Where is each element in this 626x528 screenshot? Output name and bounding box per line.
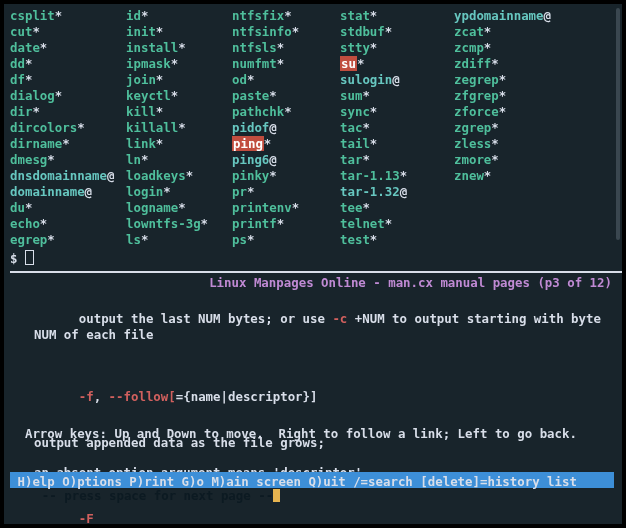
list-item: zcmp* bbox=[454, 40, 560, 56]
list-item: dialog* bbox=[10, 88, 126, 104]
file-name: paste bbox=[232, 88, 269, 103]
list-item: sum* bbox=[340, 88, 454, 104]
file-mark: * bbox=[499, 88, 506, 103]
list-item: tar-1.32@ bbox=[340, 184, 454, 200]
file-mark: * bbox=[484, 168, 491, 183]
list-item: killall* bbox=[126, 120, 232, 136]
file-name: ntfsinfo bbox=[232, 24, 292, 39]
file-name: install bbox=[126, 40, 178, 55]
list-item: zfgrep* bbox=[454, 88, 560, 104]
file-name: domainname bbox=[10, 184, 85, 199]
file-name: zless bbox=[454, 136, 491, 151]
file-name: zforce bbox=[454, 104, 499, 119]
list-item: printenv* bbox=[232, 200, 340, 216]
file-mark: * bbox=[370, 232, 377, 247]
list-item: tar* bbox=[340, 152, 454, 168]
prompt-symbol: $ bbox=[10, 251, 17, 266]
file-mark: @ bbox=[400, 184, 407, 199]
file-name: od bbox=[232, 72, 247, 87]
list-item: pr* bbox=[232, 184, 340, 200]
file-mark: * bbox=[178, 40, 185, 55]
file-name: tar bbox=[340, 152, 362, 167]
file-mark: * bbox=[201, 216, 208, 231]
list-item: lowntfs-3g* bbox=[126, 216, 232, 232]
file-name: telnet bbox=[340, 216, 385, 231]
list-item: init* bbox=[126, 24, 232, 40]
file-mark: * bbox=[277, 216, 284, 231]
file-mark: * bbox=[400, 168, 407, 183]
shell-prompt[interactable]: $ bbox=[4, 250, 622, 271]
file-name: dnsdomainname bbox=[10, 168, 107, 183]
list-item: kill* bbox=[126, 104, 232, 120]
file-name: stdbuf bbox=[340, 24, 385, 39]
scrollbar[interactable] bbox=[616, 8, 620, 240]
file-name: loadkeys bbox=[126, 168, 186, 183]
file-mark: * bbox=[499, 72, 506, 87]
file-mark: * bbox=[284, 104, 291, 119]
list-item: join* bbox=[126, 72, 232, 88]
list-item: dmesg* bbox=[10, 152, 126, 168]
file-mark: * bbox=[25, 56, 32, 71]
file-name: tail bbox=[340, 136, 370, 151]
list-item: login* bbox=[126, 184, 232, 200]
list-item: logname* bbox=[126, 200, 232, 216]
file-name: tac bbox=[340, 120, 362, 135]
list-item: ping* bbox=[232, 136, 340, 152]
file-mark: * bbox=[171, 56, 178, 71]
file-listing: csplit*cut*date*dd*df*dialog*dir*dircolo… bbox=[4, 4, 622, 250]
file-mark: * bbox=[25, 72, 32, 87]
file-name: dir bbox=[10, 104, 32, 119]
file-name: zegrep bbox=[454, 72, 499, 87]
file-name: zcat bbox=[454, 24, 484, 39]
list-item: su* bbox=[340, 56, 454, 72]
file-name: dirname bbox=[10, 136, 62, 151]
file-name: pr bbox=[232, 184, 247, 199]
list-item: ntfsinfo* bbox=[232, 24, 340, 40]
terminal[interactable]: csplit*cut*date*dd*df*dialog*dir*dircolo… bbox=[4, 4, 622, 524]
file-mark: * bbox=[32, 104, 39, 119]
list-item: printf* bbox=[232, 216, 340, 232]
file-name: stty bbox=[340, 40, 370, 55]
file-mark: * bbox=[62, 136, 69, 151]
file-mark: * bbox=[292, 200, 299, 215]
file-mark: * bbox=[141, 152, 148, 167]
file-name: pathchk bbox=[232, 104, 284, 119]
file-mark: * bbox=[247, 232, 254, 247]
list-item: keyctl* bbox=[126, 88, 232, 104]
file-mark: * bbox=[284, 8, 291, 23]
file-mark: * bbox=[25, 200, 32, 215]
file-mark: * bbox=[370, 8, 377, 23]
file-name: dircolors bbox=[10, 120, 77, 135]
list-item: ln* bbox=[126, 152, 232, 168]
file-name: zmore bbox=[454, 152, 491, 167]
file-name: printenv bbox=[232, 200, 292, 215]
list-item: tail* bbox=[340, 136, 454, 152]
file-mark: * bbox=[499, 104, 506, 119]
file-name: logname bbox=[126, 200, 178, 215]
file-name: sulogin bbox=[340, 72, 392, 87]
file-name: su bbox=[340, 56, 357, 71]
list-item: zegrep* bbox=[454, 72, 560, 88]
file-mark: * bbox=[32, 24, 39, 39]
list-item: df* bbox=[10, 72, 126, 88]
list-item: numfmt* bbox=[232, 56, 340, 72]
file-mark: @ bbox=[85, 184, 92, 199]
list-item: date* bbox=[10, 40, 126, 56]
manpage-text: output the last NUM bytes; or use -c +NU… bbox=[34, 295, 614, 359]
list-item: zless* bbox=[454, 136, 560, 152]
file-name: printf bbox=[232, 216, 277, 231]
viewer-title: Linux Manpages Online - man.cx manual pa… bbox=[4, 273, 622, 295]
list-item: tac* bbox=[340, 120, 454, 136]
file-mark: * bbox=[385, 24, 392, 39]
file-name: stat bbox=[340, 8, 370, 23]
file-mark: * bbox=[484, 24, 491, 39]
file-mark: * bbox=[491, 136, 498, 151]
list-item: pathchk* bbox=[232, 104, 340, 120]
file-name: join bbox=[126, 72, 156, 87]
file-name: tar-1.32 bbox=[340, 184, 400, 199]
list-item: ypdomainname@ bbox=[454, 8, 560, 24]
file-mark: * bbox=[362, 200, 369, 215]
file-mark: * bbox=[141, 8, 148, 23]
list-item: telnet* bbox=[340, 216, 454, 232]
file-name: pinky bbox=[232, 168, 269, 183]
